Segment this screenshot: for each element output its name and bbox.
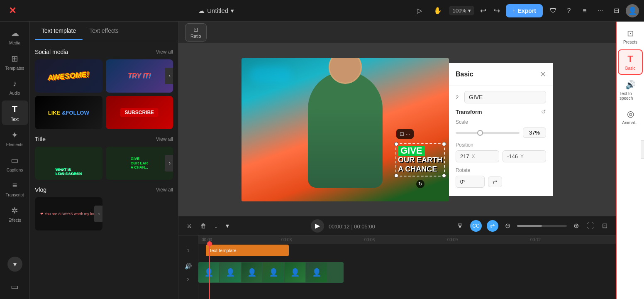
ratio-button[interactable]: ⊡ Ratio (185, 23, 207, 42)
track-label-1: 1 (178, 244, 198, 257)
sidebar-label-templates: Templates (5, 66, 24, 71)
panel-tabs: Text template Text effects (30, 22, 178, 40)
zoom-out-button[interactable]: ⊖ (503, 220, 512, 231)
resize-handle-br[interactable] (442, 174, 446, 178)
tryit-text: TRY IT! (128, 72, 151, 80)
flip-button[interactable]: ⇄ (488, 176, 502, 187)
ratio-label: Ratio (190, 34, 201, 39)
microphone-button[interactable]: 🎙 (455, 221, 465, 231)
playhead[interactable] (209, 244, 210, 299)
fr-item-text-to-speech[interactable]: 🔊 Text to speech (618, 76, 643, 104)
sidebar-label-audio: Audio (10, 91, 20, 96)
sidebar-item-templates[interactable]: ⊞ Templates (2, 50, 28, 74)
rotate-label: Rotate (456, 167, 546, 173)
audio-icon: ♪ (13, 79, 17, 88)
user-avatar[interactable]: 👤 (626, 4, 639, 17)
volume-icon[interactable]: 🔊 (185, 263, 192, 270)
sidebar-item-effects[interactable]: ✲ Effects (2, 202, 28, 226)
download-track-button[interactable]: ↓ (213, 221, 219, 231)
zoom-in-button[interactable]: ⊕ (572, 220, 581, 231)
text-template-track[interactable]: Text template (206, 245, 289, 256)
tab-text-effects[interactable]: Text effects (83, 22, 125, 40)
scale-label: Scale (456, 119, 546, 125)
sidebar-item-elements[interactable]: ✦ Elements (2, 127, 28, 150)
canvas-video[interactable]: ⊡ ··· GIVE OUR EARTH A CHANCE (242, 58, 449, 201)
video-track[interactable]: 👤 👤 👤 👤 👤 (198, 262, 344, 283)
template-like-follow[interactable]: LIKE &FOLLOW (35, 96, 102, 129)
zoom-control[interactable]: 100% ▾ (449, 6, 474, 15)
scale-value-input[interactable] (523, 127, 546, 138)
download-options-button[interactable]: ▾ (224, 220, 231, 231)
tab-text-template[interactable]: Text template (35, 22, 83, 40)
fr-item-basic[interactable]: T Basic (618, 49, 643, 75)
fr-item-presets[interactable]: ⊡ Presets (618, 25, 643, 48)
scroll-right-button[interactable]: › (165, 68, 173, 84)
template-awesome[interactable]: AWESOME! (35, 59, 102, 93)
effects-icon: ✲ (11, 206, 18, 216)
right-panel-header: Basic ✕ (449, 63, 553, 86)
preview-button[interactable]: ⊡ (600, 220, 609, 231)
scroll-right-title-button[interactable]: › (165, 155, 173, 172)
template-tryit[interactable]: TRY IT! › (106, 59, 173, 93)
scale-slider[interactable] (456, 132, 520, 134)
timeline-play-button[interactable]: ▶ (311, 219, 324, 233)
position-y-field[interactable]: -146 Y (503, 150, 546, 162)
export-button[interactable]: ↑ Export (506, 4, 543, 17)
play-button[interactable]: ▷ (412, 4, 427, 18)
track-label-volume: 🔊 (178, 260, 198, 273)
timeline-zoom-slider[interactable] (517, 225, 567, 227)
scroll-right-vlog-button[interactable]: › (94, 206, 102, 222)
sidebar-item-audio[interactable]: ♪ Audio (2, 76, 28, 99)
rotate-handle[interactable]: ↻ (416, 180, 424, 188)
fr-label-presets: Presets (623, 40, 637, 44)
document-title-area[interactable]: ☁ Untitled ▾ (198, 7, 234, 15)
fr-item-animate[interactable]: ◎ Animat... (618, 105, 643, 128)
redo-button[interactable]: ↪ (492, 5, 502, 17)
person-icon-4: 👤 (269, 268, 278, 277)
timeline-area: ⚔ 🗑 ↓ ▾ ▶ 00:00:12 | 00:05:00 🎙 CC ⇄ (178, 216, 616, 299)
canvas-text-element[interactable]: ⊡ ··· GIVE OUR EARTH A CHANCE (395, 143, 445, 176)
split-track-button[interactable]: ⚔ (185, 221, 194, 231)
sidebar-item-media[interactable]: ☁ Media (2, 25, 28, 49)
hand-tool-button[interactable]: ✋ (431, 4, 445, 18)
position-x-field[interactable]: 217 X (456, 150, 499, 162)
split-view-icon[interactable]: ⊟ (610, 5, 622, 17)
close-panel-button[interactable]: ✕ (540, 70, 546, 79)
template-what-is[interactable]: WHAT ISLOW-CAOBON (35, 147, 102, 180)
view-all-vlog[interactable]: View all (156, 187, 173, 193)
template-give-earth[interactable]: GIVEOUR EARA CHAN... › (106, 147, 173, 180)
person-icon-3: 👤 (247, 268, 256, 277)
ruler-mark-9: 00:09 (447, 238, 458, 242)
captions-icon: ▭ (11, 155, 19, 165)
sidebar-item-transcript[interactable]: ≡ Transcript (2, 177, 28, 201)
transform-reset-button[interactable]: ↺ (541, 108, 546, 115)
sidebar-item-captions[interactable]: ▭ Captions (2, 152, 28, 176)
text-more-icon[interactable]: ··· (406, 131, 410, 137)
undo-button[interactable]: ↩ (478, 5, 488, 17)
section-header-vlog: Vlog View all (35, 186, 173, 193)
sidebar-label-transcript: Transcript (5, 193, 24, 197)
sidebar-more-button[interactable]: ▾ (7, 257, 22, 272)
auto-captions-button[interactable]: CC (470, 220, 482, 232)
video-thumb-6: 👤 (306, 262, 327, 282)
sync-button[interactable]: ⇄ (487, 220, 498, 232)
resize-handle-bl[interactable] (394, 174, 398, 178)
fullscreen-button[interactable]: ⛶ (585, 221, 595, 231)
sidebar-item-captions-bottom[interactable]: ▭ (2, 278, 28, 296)
shield-icon[interactable]: 🛡 (547, 5, 559, 17)
view-all-social-media[interactable]: View all (156, 49, 173, 55)
rotate-value-input[interactable] (456, 176, 485, 188)
document-title[interactable]: Untitled (207, 7, 228, 14)
more-options-icon[interactable]: ··· (594, 5, 607, 17)
help-icon[interactable]: ? (563, 5, 575, 17)
template-vlog-1[interactable]: ❤ You are ALWAYS worth my love › (35, 197, 102, 230)
delete-track-button[interactable]: 🗑 (199, 221, 208, 231)
stacked-lines-icon[interactable]: ≡ (578, 5, 591, 17)
transcript-icon: ≡ (12, 181, 17, 190)
sidebar-item-text[interactable]: T Text (2, 100, 28, 125)
text-field-give[interactable] (464, 91, 546, 103)
rotate-icon: ↻ (418, 181, 422, 187)
template-subscribe[interactable]: SUBSCRIBE (106, 96, 173, 129)
view-all-title[interactable]: View all (156, 136, 173, 142)
text-copy-icon[interactable]: ⊡ (400, 131, 404, 137)
